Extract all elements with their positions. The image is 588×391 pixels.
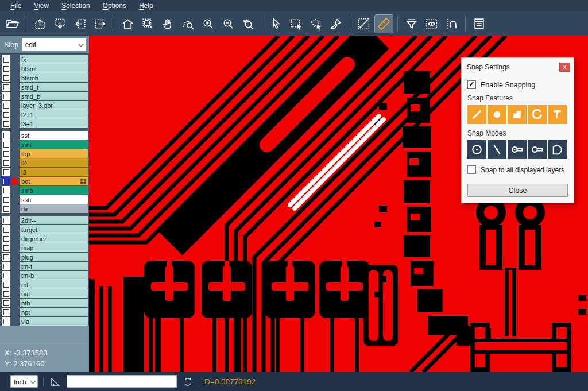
layer-label[interactable]: bot	[20, 177, 88, 185]
layer-visibility-checkbox[interactable]	[2, 225, 10, 234]
layer-label[interactable]: tm-t	[20, 262, 88, 270]
snap-outline-polygon-button[interactable]	[548, 140, 567, 159]
enable-snapping-row[interactable]: Enable Snapping	[467, 80, 568, 89]
layer-visibility-checkbox[interactable]	[2, 64, 10, 73]
snap-edge-button[interactable]	[488, 140, 506, 159]
layer-visibility-checkbox[interactable]	[2, 186, 10, 195]
close-button[interactable]: Close	[467, 184, 568, 197]
layer-label[interactable]: tm-b	[20, 271, 88, 280]
zoom-out-button[interactable]	[219, 15, 237, 33]
layer-visibility-checkbox[interactable]	[2, 55, 10, 64]
measure-line-button[interactable]	[355, 15, 373, 33]
layer-visibility-checkbox[interactable]	[2, 289, 10, 298]
layer-label[interactable]: smb	[20, 186, 88, 195]
layer-label[interactable]: top	[20, 149, 88, 158]
layer-row-pth[interactable]: pth	[0, 299, 89, 307]
snap-key-outline-button[interactable]	[528, 140, 547, 159]
layer-visibility-checkbox[interactable]	[2, 158, 10, 167]
step-select[interactable]: edit	[22, 38, 87, 51]
open-file-button[interactable]	[3, 15, 21, 33]
layer-visibility-checkbox[interactable]	[2, 101, 10, 110]
layer-label[interactable]: ssb	[20, 195, 88, 204]
layer-label[interactable]: l2	[20, 158, 88, 167]
layer-label[interactable]: map	[20, 243, 88, 252]
snap-surface-button[interactable]	[508, 105, 527, 124]
layer-row-map[interactable]: map	[0, 243, 89, 252]
layer-label[interactable]: target	[20, 225, 88, 234]
enable-snapping-checkbox[interactable]	[467, 80, 476, 89]
select-cursor-button[interactable]	[267, 15, 285, 33]
layer-label[interactable]: l2+1	[20, 110, 88, 119]
layer-row-npt[interactable]: npt	[0, 308, 89, 316]
layer-label[interactable]: bfsmt	[20, 64, 88, 73]
layer-row-smd_b[interactable]: smd_b	[0, 92, 89, 100]
layer-label[interactable]: smd_t	[20, 83, 88, 91]
layer-row-tm-t[interactable]: tm-t	[0, 262, 89, 270]
layer-label[interactable]: layer_3.gbr	[20, 101, 88, 110]
angle-measure-icon[interactable]	[49, 375, 61, 388]
measure-input[interactable]	[67, 375, 177, 388]
layer-row-smb[interactable]: smb	[0, 186, 89, 195]
layer-row-mt[interactable]: mt	[0, 280, 89, 289]
layer-visibility-checkbox[interactable]	[2, 234, 10, 243]
layer-visibility-checkbox[interactable]	[2, 243, 10, 252]
layer-row-l3[interactable]: l3	[0, 168, 89, 176]
layer-row-plug[interactable]: plug	[0, 253, 89, 261]
layer-visibility-checkbox[interactable]	[2, 271, 10, 280]
menu-selection[interactable]: Selection	[56, 1, 95, 11]
all-layers-row[interactable]: Snap to all displayed layers	[467, 165, 568, 174]
layer-label[interactable]: dirgerber	[20, 234, 88, 243]
layer-visibility-checkbox[interactable]	[2, 119, 10, 128]
layer-row-bfsmt[interactable]: bfsmt	[0, 64, 89, 73]
layer-row-l3+1[interactable]: l3+1	[0, 119, 89, 128]
layer-row-out[interactable]: out	[0, 289, 89, 298]
shift-down-button[interactable]	[51, 15, 69, 33]
layer-visibility-checkbox[interactable]	[2, 280, 10, 289]
zoom-previous-button[interactable]	[239, 15, 257, 33]
layer-visibility-checkbox[interactable]	[2, 253, 10, 261]
layer-label[interactable]: dir	[20, 204, 88, 213]
layer-row-l2[interactable]: l2	[0, 158, 89, 167]
layer-visibility-checkbox[interactable]	[2, 216, 10, 224]
layer-row-via[interactable]: via	[0, 317, 89, 326]
zoom-window-button[interactable]	[139, 15, 157, 33]
menu-file[interactable]: File	[5, 1, 27, 11]
layer-row-bot[interactable]: bot	[0, 177, 89, 185]
all-layers-checkbox[interactable]	[467, 165, 476, 174]
layer-label[interactable]: l3+1	[20, 119, 88, 128]
layer-visibility-checkbox[interactable]	[2, 195, 10, 204]
unit-select[interactable]: Inch	[10, 375, 38, 388]
report-button[interactable]	[470, 15, 488, 33]
layer-visibility-checkbox[interactable]	[2, 299, 10, 307]
menu-options[interactable]: Options	[97, 1, 132, 11]
menu-view[interactable]: View	[28, 1, 55, 11]
layer-row-tm-b[interactable]: tm-b	[0, 271, 89, 280]
snap-line-button[interactable]	[467, 105, 486, 124]
layer-visibility-checkbox[interactable]	[2, 131, 10, 140]
layer-visibility-checkbox[interactable]	[2, 140, 10, 149]
clean-brush-button[interactable]	[327, 15, 345, 33]
layer-visibility-checkbox[interactable]	[2, 308, 10, 316]
layer-row-dir[interactable]: dir	[0, 204, 89, 213]
layer-row-dirgerber[interactable]: dirgerber	[0, 234, 89, 243]
layer-row-smt[interactable]: smt	[0, 140, 89, 149]
select-rect-button[interactable]	[287, 15, 305, 33]
snap-key-filled-button[interactable]	[508, 140, 527, 159]
layer-label[interactable]: npt	[20, 308, 88, 316]
layer-row-fx[interactable]: fx	[0, 55, 89, 64]
layer-row-smd_t[interactable]: smd_t	[0, 83, 89, 91]
layer-label[interactable]: smt	[20, 140, 88, 149]
layer-label[interactable]: l3	[20, 168, 88, 176]
layer-label[interactable]: sst	[20, 131, 88, 140]
select-polygon-button[interactable]	[307, 15, 325, 33]
layer-label[interactable]: 2dir--	[20, 216, 88, 224]
layer-row-sst[interactable]: sst	[0, 131, 89, 140]
home-view-button[interactable]	[119, 15, 137, 33]
layer-label[interactable]: out	[20, 289, 88, 298]
filter-button[interactable]	[403, 15, 420, 33]
layer-label[interactable]: fx	[20, 55, 88, 64]
shift-left-button[interactable]	[71, 15, 89, 33]
layer-row-layer_3.gbr[interactable]: layer_3.gbr	[0, 101, 89, 110]
snap-settings-button[interactable]	[443, 15, 461, 33]
layer-visibility-checkbox[interactable]	[2, 204, 10, 213]
